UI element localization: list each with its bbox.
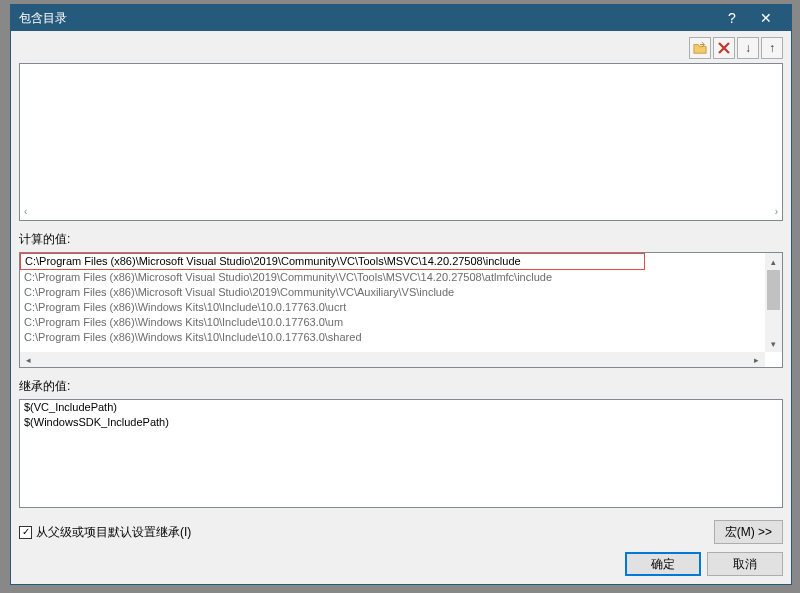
close-button[interactable]: ✕ bbox=[749, 5, 783, 31]
list-item[interactable]: $(VC_IncludePath) bbox=[20, 400, 782, 415]
move-down-button[interactable]: ↓ bbox=[737, 37, 759, 59]
computed-vscrollbar[interactable]: ▴ ▾ bbox=[765, 253, 782, 352]
list-item[interactable]: C:\Program Files (x86)\Microsoft Visual … bbox=[20, 253, 645, 270]
inherit-checkbox[interactable]: ✓ bbox=[19, 526, 32, 539]
inherit-checkbox-wrap[interactable]: ✓ 从父级或项目默认设置继承(I) bbox=[19, 524, 191, 541]
inherited-label: 继承的值: bbox=[19, 378, 783, 395]
scrollbar-thumb[interactable] bbox=[767, 270, 780, 310]
list-item[interactable]: C:\Program Files (x86)\Windows Kits\10\I… bbox=[20, 300, 765, 315]
inherit-checkbox-label: 从父级或项目默认设置继承(I) bbox=[36, 524, 191, 541]
include-directories-dialog: 包含目录 ? ✕ ↓ ↑ bbox=[10, 4, 792, 585]
help-button[interactable]: ? bbox=[715, 5, 749, 31]
editor-hscroll[interactable]: ‹ › bbox=[22, 204, 780, 218]
computed-hscrollbar[interactable]: ◂ ▸ bbox=[20, 352, 765, 367]
move-up-button[interactable]: ↑ bbox=[761, 37, 783, 59]
list-item[interactable]: C:\Program Files (x86)\Windows Kits\10\I… bbox=[20, 315, 765, 330]
editor-toolbar: ↓ ↑ bbox=[19, 37, 783, 59]
scroll-left-icon: ‹ bbox=[24, 206, 27, 217]
scroll-right-icon: › bbox=[775, 206, 778, 217]
dialog-buttons: 确定 取消 bbox=[19, 552, 783, 576]
folder-icon bbox=[693, 41, 707, 55]
ok-button[interactable]: 确定 bbox=[625, 552, 701, 576]
inherited-values-list[interactable]: $(VC_IncludePath) $(WindowsSDK_IncludePa… bbox=[19, 399, 783, 508]
scroll-up-icon[interactable]: ▴ bbox=[765, 253, 782, 270]
macros-button[interactable]: 宏(M) >> bbox=[714, 520, 783, 544]
check-icon: ✓ bbox=[22, 527, 30, 537]
computed-label: 计算的值: bbox=[19, 231, 783, 248]
dialog-title: 包含目录 bbox=[19, 10, 715, 27]
list-item[interactable]: C:\Program Files (x86)\Microsoft Visual … bbox=[20, 285, 765, 300]
arrow-down-icon: ↓ bbox=[745, 41, 751, 55]
computed-list-inner: C:\Program Files (x86)\Microsoft Visual … bbox=[20, 253, 765, 352]
cancel-button[interactable]: 取消 bbox=[707, 552, 783, 576]
scroll-right-icon[interactable]: ▸ bbox=[748, 352, 765, 367]
paths-editor[interactable]: ‹ › bbox=[19, 63, 783, 221]
computed-values-list[interactable]: C:\Program Files (x86)\Microsoft Visual … bbox=[19, 252, 783, 368]
dialog-content: ↓ ↑ ‹ › 计算的值: C:\Program Files (x86)\Mic… bbox=[11, 31, 791, 584]
help-icon: ? bbox=[728, 10, 736, 26]
titlebar: 包含目录 ? ✕ bbox=[11, 5, 791, 31]
new-line-button[interactable] bbox=[689, 37, 711, 59]
options-row: ✓ 从父级或项目默认设置继承(I) 宏(M) >> bbox=[19, 520, 783, 544]
list-item[interactable]: C:\Program Files (x86)\Windows Kits\10\I… bbox=[20, 330, 765, 345]
x-icon bbox=[718, 42, 730, 54]
scroll-down-icon[interactable]: ▾ bbox=[765, 335, 782, 352]
delete-button[interactable] bbox=[713, 37, 735, 59]
arrow-up-icon: ↑ bbox=[769, 41, 775, 55]
close-icon: ✕ bbox=[760, 10, 772, 26]
inherited-list-inner: $(VC_IncludePath) $(WindowsSDK_IncludePa… bbox=[20, 400, 782, 507]
list-item[interactable]: $(WindowsSDK_IncludePath) bbox=[20, 415, 782, 430]
scroll-left-icon[interactable]: ◂ bbox=[20, 352, 37, 367]
list-item[interactable]: C:\Program Files (x86)\Microsoft Visual … bbox=[20, 270, 765, 285]
